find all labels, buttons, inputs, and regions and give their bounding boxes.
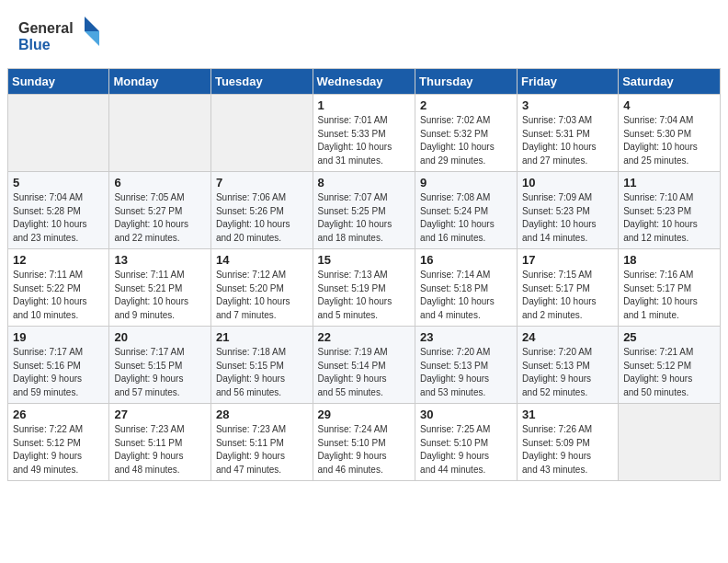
day-info: Sunrise: 7:03 AM Sunset: 5:31 PM Dayligh… (522, 114, 613, 167)
day-info: Sunrise: 7:14 AM Sunset: 5:18 PM Dayligh… (420, 269, 512, 322)
calendar-cell: 6Sunrise: 7:05 AM Sunset: 5:27 PM Daylig… (109, 172, 211, 249)
day-info: Sunrise: 7:02 AM Sunset: 5:32 PM Dayligh… (420, 114, 512, 167)
calendar-cell: 23Sunrise: 7:20 AM Sunset: 5:13 PM Dayli… (415, 327, 518, 404)
day-of-week-friday: Friday (518, 69, 619, 95)
svg-marker-3 (85, 31, 99, 46)
day-of-week-thursday: Thursday (415, 69, 518, 95)
calendar-cell: 24Sunrise: 7:20 AM Sunset: 5:13 PM Dayli… (518, 327, 619, 404)
calendar-cell: 29Sunrise: 7:24 AM Sunset: 5:10 PM Dayli… (313, 404, 415, 481)
svg-text:Blue: Blue (18, 37, 51, 52)
logo-text: General Blue (18, 15, 101, 61)
day-number: 17 (522, 253, 613, 267)
calendar-cell: 15Sunrise: 7:13 AM Sunset: 5:19 PM Dayli… (313, 249, 415, 327)
svg-marker-2 (85, 17, 99, 31)
calendar-cell: 21Sunrise: 7:18 AM Sunset: 5:15 PM Dayli… (210, 327, 313, 404)
day-number: 15 (318, 253, 411, 267)
calendar-cell: 17Sunrise: 7:15 AM Sunset: 5:17 PM Dayli… (518, 249, 619, 327)
header: General Blue (0, 0, 728, 68)
day-number: 24 (522, 330, 613, 344)
day-of-week-tuesday: Tuesday (210, 69, 313, 95)
calendar-week-1: 1Sunrise: 7:01 AM Sunset: 5:33 PM Daylig… (8, 95, 721, 172)
calendar-cell: 28Sunrise: 7:23 AM Sunset: 5:11 PM Dayli… (210, 404, 313, 481)
calendar-cell: 12Sunrise: 7:11 AM Sunset: 5:22 PM Dayli… (8, 249, 109, 327)
calendar-cell: 2Sunrise: 7:02 AM Sunset: 5:32 PM Daylig… (415, 95, 518, 172)
day-number: 5 (13, 176, 104, 190)
calendar-cell: 8Sunrise: 7:07 AM Sunset: 5:25 PM Daylig… (313, 172, 415, 249)
day-info: Sunrise: 7:16 AM Sunset: 5:17 PM Dayligh… (623, 269, 715, 322)
day-number: 6 (114, 176, 206, 190)
day-info: Sunrise: 7:11 AM Sunset: 5:21 PM Dayligh… (114, 269, 206, 322)
day-number: 8 (318, 176, 411, 190)
calendar-week-4: 19Sunrise: 7:17 AM Sunset: 5:16 PM Dayli… (8, 327, 721, 404)
calendar-cell: 9Sunrise: 7:08 AM Sunset: 5:24 PM Daylig… (415, 172, 518, 249)
day-number: 14 (216, 253, 308, 267)
day-number: 27 (114, 408, 206, 421)
day-number: 12 (13, 253, 104, 267)
day-info: Sunrise: 7:19 AM Sunset: 5:14 PM Dayligh… (318, 346, 411, 399)
calendar-table: SundayMondayTuesdayWednesdayThursdayFrid… (7, 68, 721, 481)
day-info: Sunrise: 7:17 AM Sunset: 5:15 PM Dayligh… (114, 346, 206, 399)
calendar-cell: 11Sunrise: 7:10 AM Sunset: 5:23 PM Dayli… (619, 172, 721, 249)
day-info: Sunrise: 7:07 AM Sunset: 5:25 PM Dayligh… (318, 191, 411, 245)
day-number: 1 (318, 98, 411, 112)
day-of-week-wednesday: Wednesday (313, 69, 415, 95)
calendar-cell: 16Sunrise: 7:14 AM Sunset: 5:18 PM Dayli… (415, 249, 518, 327)
day-info: Sunrise: 7:21 AM Sunset: 5:12 PM Dayligh… (623, 346, 715, 399)
calendar-cell (8, 95, 109, 172)
day-info: Sunrise: 7:20 AM Sunset: 5:13 PM Dayligh… (522, 346, 613, 399)
day-info: Sunrise: 7:18 AM Sunset: 5:15 PM Dayligh… (216, 346, 308, 399)
day-info: Sunrise: 7:04 AM Sunset: 5:30 PM Dayligh… (623, 114, 715, 167)
day-number: 16 (420, 253, 512, 267)
day-info: Sunrise: 7:26 AM Sunset: 5:09 PM Dayligh… (522, 423, 613, 477)
calendar-header-row: SundayMondayTuesdayWednesdayThursdayFrid… (8, 69, 721, 95)
day-number: 22 (318, 330, 411, 344)
calendar-cell: 27Sunrise: 7:23 AM Sunset: 5:11 PM Dayli… (109, 404, 211, 481)
day-info: Sunrise: 7:25 AM Sunset: 5:10 PM Dayligh… (420, 423, 512, 477)
day-info: Sunrise: 7:11 AM Sunset: 5:22 PM Dayligh… (13, 269, 104, 322)
calendar-cell: 14Sunrise: 7:12 AM Sunset: 5:20 PM Dayli… (210, 249, 313, 327)
calendar-week-2: 5Sunrise: 7:04 AM Sunset: 5:28 PM Daylig… (8, 172, 721, 249)
calendar-cell: 4Sunrise: 7:04 AM Sunset: 5:30 PM Daylig… (619, 95, 721, 172)
day-info: Sunrise: 7:01 AM Sunset: 5:33 PM Dayligh… (318, 114, 411, 167)
day-info: Sunrise: 7:24 AM Sunset: 5:10 PM Dayligh… (318, 423, 411, 477)
calendar-cell: 13Sunrise: 7:11 AM Sunset: 5:21 PM Dayli… (109, 249, 211, 327)
calendar-cell: 7Sunrise: 7:06 AM Sunset: 5:26 PM Daylig… (210, 172, 313, 249)
calendar-cell: 25Sunrise: 7:21 AM Sunset: 5:12 PM Dayli… (619, 327, 721, 404)
day-number: 2 (420, 98, 512, 112)
day-info: Sunrise: 7:15 AM Sunset: 5:17 PM Dayligh… (522, 269, 613, 322)
calendar-cell: 20Sunrise: 7:17 AM Sunset: 5:15 PM Dayli… (109, 327, 211, 404)
day-info: Sunrise: 7:05 AM Sunset: 5:27 PM Dayligh… (114, 191, 206, 245)
day-info: Sunrise: 7:12 AM Sunset: 5:20 PM Dayligh… (216, 269, 308, 322)
calendar-cell: 3Sunrise: 7:03 AM Sunset: 5:31 PM Daylig… (518, 95, 619, 172)
svg-text:General: General (18, 20, 74, 36)
day-number: 10 (522, 176, 613, 190)
day-number: 21 (216, 330, 308, 344)
day-of-week-saturday: Saturday (619, 69, 721, 95)
calendar-cell (109, 95, 211, 172)
day-info: Sunrise: 7:09 AM Sunset: 5:23 PM Dayligh… (522, 191, 613, 245)
day-number: 18 (623, 253, 715, 267)
calendar-cell: 19Sunrise: 7:17 AM Sunset: 5:16 PM Dayli… (8, 327, 109, 404)
calendar-cell: 5Sunrise: 7:04 AM Sunset: 5:28 PM Daylig… (8, 172, 109, 249)
day-number: 25 (623, 330, 715, 344)
day-number: 23 (420, 330, 512, 344)
day-number: 7 (216, 176, 308, 190)
calendar-cell: 1Sunrise: 7:01 AM Sunset: 5:33 PM Daylig… (313, 95, 415, 172)
day-info: Sunrise: 7:23 AM Sunset: 5:11 PM Dayligh… (114, 423, 206, 477)
day-info: Sunrise: 7:13 AM Sunset: 5:19 PM Dayligh… (318, 269, 411, 322)
day-info: Sunrise: 7:17 AM Sunset: 5:16 PM Dayligh… (13, 346, 104, 399)
calendar-cell: 31Sunrise: 7:26 AM Sunset: 5:09 PM Dayli… (518, 404, 619, 481)
day-number: 19 (13, 330, 104, 344)
day-of-week-monday: Monday (109, 69, 211, 95)
day-info: Sunrise: 7:20 AM Sunset: 5:13 PM Dayligh… (420, 346, 512, 399)
calendar-cell: 22Sunrise: 7:19 AM Sunset: 5:14 PM Dayli… (313, 327, 415, 404)
day-info: Sunrise: 7:04 AM Sunset: 5:28 PM Dayligh… (13, 191, 104, 245)
day-number: 29 (318, 408, 411, 421)
day-number: 3 (522, 98, 613, 112)
day-number: 31 (522, 408, 613, 421)
day-info: Sunrise: 7:08 AM Sunset: 5:24 PM Dayligh… (420, 191, 512, 245)
calendar-cell (619, 404, 721, 481)
day-info: Sunrise: 7:06 AM Sunset: 5:26 PM Dayligh… (216, 191, 308, 245)
calendar-week-3: 12Sunrise: 7:11 AM Sunset: 5:22 PM Dayli… (8, 249, 721, 327)
day-number: 13 (114, 253, 206, 267)
